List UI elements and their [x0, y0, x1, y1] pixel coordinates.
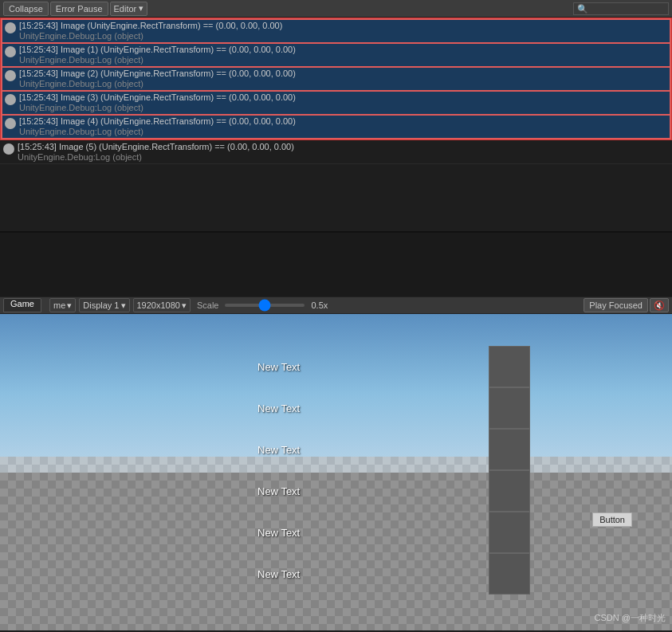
entry-line2-5: UnityEngine.Debug:Log (object) [18, 152, 294, 162]
entry-icon-3 [5, 94, 16, 105]
editor-label: Editor [114, 4, 137, 14]
entry-text-1: [15:25:43] Image (1) (UnityEngine.RectTr… [19, 45, 296, 65]
selected-entries-group: [15:25:43] Image (UnityEngine.RectTransf… [0, 18, 672, 140]
list-item-1: New Text [251, 387, 530, 429]
entry-icon-1 [5, 46, 16, 57]
list-item-2: New Text [251, 429, 530, 470]
list-item-image-0 [489, 346, 530, 387]
entry-line1-5: [15:25:43] Image (5) (UnityEngine.RectTr… [18, 142, 294, 151]
console-toolbar: Collapse Error Pause Editor ▾ [0, 0, 672, 18]
list-item-text-5: New Text [251, 553, 489, 595]
scale-value: 0.5x [311, 300, 328, 310]
scale-slider[interactable] [225, 304, 305, 307]
console-entry-4[interactable]: [15:25:43] Image (4) (UnityEngine.RectTr… [2, 115, 670, 139]
entry-text-5: [15:25:43] Image (5) (UnityEngine.RectTr… [18, 142, 294, 162]
name-label: me [53, 300, 65, 310]
game-viewport: New Text New Text New Text New Text New … [0, 314, 672, 630]
entry-line2-4: UnityEngine.Debug:Log (object) [19, 127, 296, 136]
entry-text-2: [15:25:43] Image (2) (UnityEngine.RectTr… [19, 69, 296, 88]
console-panel: [15:25:43] Image (UnityEngine.RectTransf… [0, 18, 672, 233]
entry-line1-1: [15:25:43] Image (1) (UnityEngine.RectTr… [19, 45, 296, 54]
console-entry-1[interactable]: [15:25:43] Image (1) (UnityEngine.RectTr… [2, 43, 670, 67]
entry-line1-4: [15:25:43] Image (4) (UnityEngine.RectTr… [19, 116, 296, 126]
entry-line2-0: UnityEngine.Debug:Log (object) [19, 31, 282, 41]
entry-icon-2 [5, 70, 16, 81]
list-item-5: New Text [251, 553, 530, 595]
game-tabbar: Game me ▾ Display 1 ▾ 1920x1080 ▾ Scale … [0, 296, 672, 314]
console-search-input[interactable] [573, 2, 669, 15]
entry-line2-3: UnityEngine.Debug:Log (object) [19, 103, 296, 112]
display-label: Display 1 [83, 300, 119, 310]
list-item-text-1: New Text [251, 387, 489, 429]
console-entry-5[interactable]: [15:25:43] Image (5) (UnityEngine.RectTr… [0, 140, 672, 164]
ui-canvas: New Text New Text New Text New Text New … [0, 314, 672, 630]
entry-line2-2: UnityEngine.Debug:Log (object) [19, 79, 296, 88]
game-controls: me ▾ Display 1 ▾ 1920x1080 ▾ Scale 0.5x [49, 298, 328, 312]
resolution-label: 1920x1080 [137, 300, 180, 310]
collapse-button[interactable]: Collapse [3, 2, 49, 16]
error-pause-button[interactable]: Error Pause [50, 2, 108, 16]
play-focused-button[interactable]: Play Focused [584, 298, 648, 312]
entry-icon-4 [5, 118, 16, 129]
entry-icon-0 [5, 22, 16, 33]
list-item-image-1 [489, 387, 530, 429]
list-item-text-3: New Text [251, 470, 489, 512]
entry-text-4: [15:25:43] Image (4) (UnityEngine.RectTr… [19, 116, 296, 136]
list-item-image-5 [489, 553, 530, 595]
editor-arrow-icon: ▾ [139, 3, 143, 14]
list-item-3: New Text [251, 470, 530, 512]
display-arrow-icon: ▾ [121, 300, 126, 311]
scale-label: Scale [197, 300, 219, 310]
entry-line1-2: [15:25:43] Image (2) (UnityEngine.RectTr… [19, 69, 296, 78]
console-entry-2[interactable]: [15:25:43] Image (2) (UnityEngine.RectTr… [2, 67, 670, 91]
list-item-4: New Text [251, 512, 530, 553]
resolution-arrow-icon: ▾ [182, 300, 187, 311]
list-item-text-0: New Text [251, 346, 489, 387]
console-spacer [0, 233, 672, 296]
console-entry-0[interactable]: [15:25:43] Image (UnityEngine.RectTransf… [2, 19, 670, 43]
entry-text-3: [15:25:43] Image (3) (UnityEngine.RectTr… [19, 92, 296, 112]
name-dropdown[interactable]: me ▾ [49, 298, 76, 312]
entry-icon-5 [3, 143, 14, 155]
resolution-dropdown[interactable]: 1920x1080 ▾ [133, 298, 191, 312]
display-dropdown[interactable]: Display 1 ▾ [79, 298, 129, 312]
editor-dropdown[interactable]: Editor ▾ [110, 2, 148, 16]
entry-text-0: [15:25:43] Image (UnityEngine.RectTransf… [19, 21, 282, 41]
entry-line1-0: [15:25:43] Image (UnityEngine.RectTransf… [19, 21, 282, 30]
mute-button[interactable]: 🔇 [650, 298, 669, 312]
entry-line2-1: UnityEngine.Debug:Log (object) [19, 55, 296, 65]
game-tab[interactable]: Game [3, 298, 41, 312]
name-arrow-icon: ▾ [67, 300, 72, 311]
entry-line1-3: [15:25:43] Image (3) (UnityEngine.RectTr… [19, 92, 296, 102]
csdn-watermark: CSDN @一种时光 [595, 612, 666, 624]
list-item-text-2: New Text [251, 429, 489, 470]
ui-button[interactable]: Button [592, 512, 632, 527]
ui-list: New Text New Text New Text New Text New … [251, 346, 530, 595]
console-entry-3[interactable]: [15:25:43] Image (3) (UnityEngine.RectTr… [2, 91, 670, 115]
list-item-image-3 [489, 470, 530, 512]
list-item-image-2 [489, 429, 530, 470]
list-item-0: New Text [251, 346, 530, 387]
list-item-image-4 [489, 512, 530, 553]
list-item-text-4: New Text [251, 512, 489, 553]
